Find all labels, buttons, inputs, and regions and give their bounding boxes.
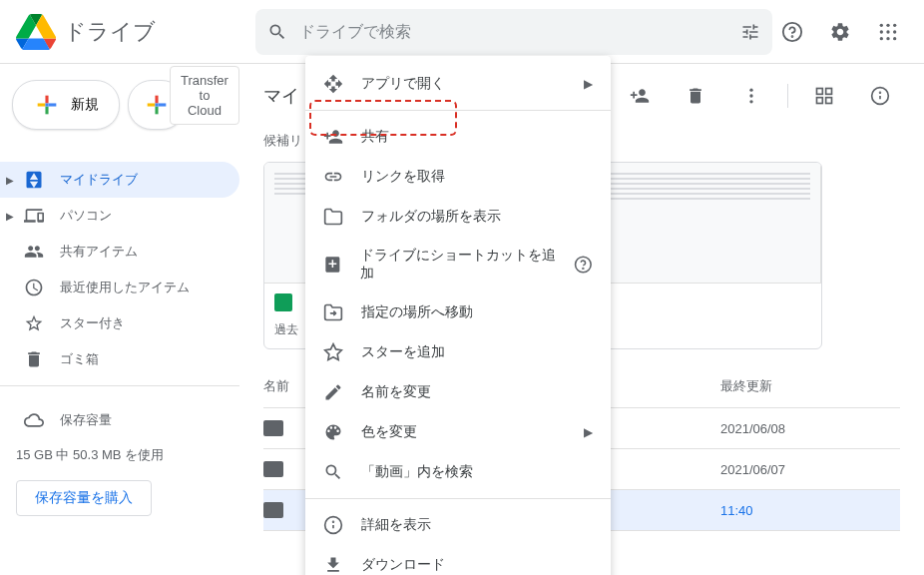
- palette-icon: [323, 422, 343, 442]
- more-button[interactable]: [731, 76, 771, 116]
- search-bar[interactable]: [255, 9, 772, 55]
- svg-point-13: [749, 89, 752, 92]
- sidebar-item-computers[interactable]: ▶ パソコン: [0, 198, 239, 234]
- drive-logo-icon: [16, 12, 56, 52]
- folder-icon: [263, 502, 283, 518]
- info-icon: [323, 515, 343, 535]
- context-menu: アプリで開く ▶ 共有 リンクを取得 フォルダの場所を表示 ドライブにショートカ…: [305, 56, 611, 575]
- svg-point-22: [880, 92, 881, 93]
- menu-add-shortcut[interactable]: ドライブにショートカットを追加: [305, 237, 611, 292]
- svg-point-14: [749, 94, 752, 97]
- sidebar-item-recent[interactable]: 最近使用したアイテム: [0, 270, 239, 305]
- people-icon: [24, 242, 44, 262]
- share-button[interactable]: [620, 76, 660, 116]
- sidebar-item-mydrive[interactable]: ▶ マイドライブ: [0, 162, 239, 198]
- help-button[interactable]: [772, 12, 812, 52]
- menu-show-location[interactable]: フォルダの場所を表示: [305, 197, 611, 237]
- svg-point-8: [880, 37, 883, 40]
- cloud-hint-tooltip: Transfer to Cloud: [170, 66, 239, 125]
- storage-usage-text: 15 GB 中 50.3 MB を使用: [16, 438, 224, 472]
- info-button[interactable]: [860, 76, 900, 116]
- svg-point-2: [880, 23, 883, 26]
- svg-point-15: [749, 100, 752, 103]
- drive-icon: [24, 170, 44, 190]
- clock-icon: [24, 278, 44, 297]
- search-input[interactable]: [299, 23, 740, 41]
- delete-button[interactable]: [676, 76, 715, 116]
- star-icon: [323, 342, 343, 362]
- edit-icon: [323, 382, 343, 402]
- chevron-right-icon: ▶: [6, 211, 14, 222]
- add-shortcut-icon: [323, 255, 342, 275]
- sidebar-item-trash[interactable]: ゴミ箱: [0, 341, 239, 377]
- devices-icon: [24, 206, 44, 226]
- sidebar-item-starred[interactable]: スター付き: [0, 305, 239, 341]
- move-icon: [323, 302, 343, 322]
- svg-rect-16: [817, 89, 823, 95]
- svg-marker-25: [325, 344, 342, 360]
- plus-icon: [33, 91, 61, 119]
- help-icon: [574, 255, 593, 275]
- settings-button[interactable]: [820, 12, 860, 52]
- svg-point-1: [792, 36, 793, 37]
- svg-point-7: [893, 30, 896, 33]
- svg-rect-12: [155, 103, 158, 106]
- svg-rect-18: [817, 98, 823, 104]
- svg-point-24: [583, 269, 584, 270]
- folder-icon: [263, 461, 283, 477]
- chevron-right-icon: ▶: [584, 425, 593, 439]
- grid-view-button[interactable]: [804, 76, 844, 116]
- sheets-icon: [274, 293, 292, 311]
- menu-open-with[interactable]: アプリで開く ▶: [305, 64, 611, 104]
- svg-point-10: [893, 37, 896, 40]
- svg-point-4: [893, 23, 896, 26]
- chevron-right-icon: ▶: [6, 175, 14, 186]
- svg-point-6: [886, 30, 889, 33]
- svg-point-9: [886, 37, 889, 40]
- sidebar-item-storage[interactable]: 保存容量: [16, 402, 224, 438]
- chevron-right-icon: ▶: [584, 77, 593, 91]
- link-icon: [323, 167, 343, 187]
- sidebar-item-shared[interactable]: 共有アイテム: [0, 234, 239, 270]
- plus-icon: [143, 91, 171, 119]
- menu-move[interactable]: 指定の場所へ移動: [305, 292, 611, 332]
- menu-color[interactable]: 色を変更 ▶: [305, 412, 611, 452]
- menu-share[interactable]: 共有: [305, 117, 611, 157]
- svg-rect-11: [45, 103, 48, 106]
- svg-point-28: [333, 521, 334, 522]
- svg-rect-17: [826, 89, 832, 95]
- svg-point-3: [886, 23, 889, 26]
- new-button[interactable]: 新規: [12, 80, 120, 130]
- folder-icon: [323, 207, 343, 227]
- cloud-icon: [24, 410, 44, 430]
- svg-rect-19: [826, 98, 832, 104]
- person-add-icon: [323, 127, 343, 147]
- search-icon: [267, 22, 287, 42]
- menu-rename[interactable]: 名前を変更: [305, 372, 611, 412]
- menu-get-link[interactable]: リンクを取得: [305, 157, 611, 197]
- buy-storage-button[interactable]: 保存容量を購入: [16, 480, 152, 516]
- apps-button[interactable]: [868, 12, 908, 52]
- folder-icon: [263, 420, 283, 436]
- star-icon: [24, 313, 44, 333]
- menu-search-in[interactable]: 「動画」内を検索: [305, 452, 611, 492]
- menu-download[interactable]: ダウンロード: [305, 545, 611, 575]
- svg-point-5: [880, 30, 883, 33]
- app-title: ドライブ: [64, 17, 156, 47]
- search-icon: [323, 462, 343, 482]
- menu-details[interactable]: 詳細を表示: [305, 505, 611, 545]
- download-icon: [323, 555, 343, 575]
- menu-star[interactable]: スターを追加: [305, 332, 611, 372]
- open-with-icon: [323, 74, 343, 94]
- trash-icon: [24, 349, 44, 369]
- tune-icon[interactable]: [740, 22, 760, 42]
- column-date[interactable]: 最終更新: [720, 377, 900, 395]
